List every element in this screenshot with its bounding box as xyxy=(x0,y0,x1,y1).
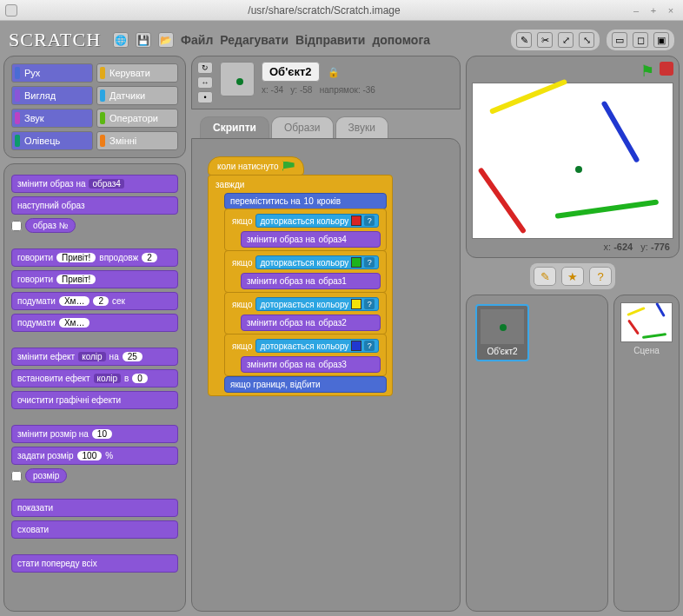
block-bounce[interactable]: якщо границя, відбити xyxy=(224,376,387,393)
stage-stroke-red xyxy=(478,167,527,234)
paint-sprite-button[interactable]: ✎ xyxy=(534,267,556,286)
green-flag-button[interactable]: ⚑ xyxy=(640,62,654,81)
block-if-2[interactable]: якщодоторкається кольору? змінити образ … xyxy=(224,250,387,293)
sprite-name-field[interactable]: Об'єкт2 xyxy=(262,62,320,82)
top-toolbar: SCRATCH 🌐 💾 📂 Файл Редагувати Відправити… xyxy=(3,24,680,56)
block-think[interactable]: подуматиХм… xyxy=(11,314,178,332)
stamp-icon[interactable]: ✎ xyxy=(516,32,532,48)
choose-sprite-button[interactable]: ★ xyxy=(561,267,584,286)
window-title: /usr/share/scratch/Scratch.image xyxy=(23,4,626,17)
block-forever[interactable]: завжди переміститись на10кроків якщодото… xyxy=(208,175,393,396)
stage-stroke-yellow xyxy=(489,79,567,115)
color-chip-red[interactable] xyxy=(351,215,361,226)
stage-sprite-dot[interactable] xyxy=(575,166,582,173)
menu-share[interactable]: Відправити xyxy=(295,33,365,47)
menu-file[interactable]: Файл xyxy=(181,33,213,47)
block-if-3[interactable]: якщодоторкається кольору? змінити образ … xyxy=(224,292,387,334)
globe-icon[interactable]: 🌐 xyxy=(113,32,129,48)
category-panel: Рух Керувати Вигляд Датчики Звук Операто… xyxy=(3,56,186,158)
edit-tools: ✎ ✂ ⤢ ⤡ xyxy=(511,30,600,50)
block-switch-1[interactable]: змінити образ наобраз4 xyxy=(241,231,381,248)
close-button[interactable]: × xyxy=(664,5,678,16)
surprise-sprite-button[interactable]: ? xyxy=(589,267,612,286)
maximize-button[interactable]: + xyxy=(647,5,660,16)
block-change-size[interactable]: змінити розмір на10 xyxy=(11,425,178,443)
block-hide[interactable]: сховати xyxy=(11,520,178,539)
menu-help[interactable]: допомога xyxy=(372,33,430,47)
block-switch-4[interactable]: змінити образ наобраз3 xyxy=(241,356,381,373)
cat-variables[interactable]: Змінні xyxy=(96,131,178,150)
grow-icon[interactable]: ⤢ xyxy=(558,32,574,48)
green-flag-icon xyxy=(282,161,295,171)
block-go-front[interactable]: стати попереду всіх xyxy=(11,554,178,573)
sprite-list: Об'єкт2 xyxy=(466,295,608,612)
stage-thumbnail[interactable] xyxy=(620,302,673,342)
large-stage-icon[interactable]: ◻ xyxy=(633,32,648,48)
sprite-header: ↻ ↔ • Об'єкт2 🔒 x: -34 y: -58 напрямок: … xyxy=(191,56,461,109)
stage-stroke-blue xyxy=(600,101,640,163)
tab-costumes[interactable]: Образи xyxy=(271,116,334,138)
block-switch-costume[interactable]: змінити образ наобраз4 xyxy=(11,175,178,193)
open-icon[interactable]: 📂 xyxy=(158,32,174,48)
block-move[interactable]: переміститись на10кроків xyxy=(224,193,387,209)
hat-green-flag[interactable]: коли натиснуто xyxy=(208,156,304,176)
block-if-1[interactable]: якщодоторкається кольору? змінити образ … xyxy=(224,209,387,251)
cat-operators[interactable]: Оператори xyxy=(96,109,178,128)
stop-button[interactable] xyxy=(660,62,673,76)
sprite-preview xyxy=(220,62,255,96)
rotate-none-button[interactable]: • xyxy=(197,91,213,103)
cat-pen[interactable]: Олівець xyxy=(11,131,93,150)
block-next-costume[interactable]: наступний образ xyxy=(11,196,178,215)
block-if-4[interactable]: якщодоторкається кольору? змінити образ … xyxy=(224,334,387,376)
block-switch-3[interactable]: змінити образ наобраз2 xyxy=(241,315,381,331)
block-set-size[interactable]: задати розмір100% xyxy=(11,447,178,465)
cat-sensing[interactable]: Датчики xyxy=(96,86,178,105)
scratch-logo: SCRATCH xyxy=(9,29,101,51)
chk-costume-num[interactable] xyxy=(11,221,22,231)
cat-control[interactable]: Керувати xyxy=(96,63,178,83)
cat-motion[interactable]: Рух xyxy=(11,63,93,83)
stage-mouse-coords: x: -624 y: -776 xyxy=(472,242,673,252)
block-show[interactable]: показати xyxy=(11,499,178,517)
small-stage-icon[interactable]: ▭ xyxy=(612,32,627,48)
tab-sounds[interactable]: Звуки xyxy=(335,116,388,138)
cut-icon[interactable]: ✂ xyxy=(537,32,553,48)
block-say-for[interactable]: говоритиПривіт!впродовж2 xyxy=(11,248,178,267)
lock-icon[interactable]: 🔒 xyxy=(328,67,340,78)
rotate-free-button[interactable]: ↻ xyxy=(197,62,213,74)
color-chip-green[interactable] xyxy=(351,257,361,268)
block-palette: змінити образ наобраз4 наступний образ о… xyxy=(3,163,186,612)
rotate-flip-button[interactable]: ↔ xyxy=(197,76,213,89)
block-think-for[interactable]: подуматиХм…2сек xyxy=(11,292,178,310)
sprite-coords: x: -34 y: -58 напрямок: -36 xyxy=(262,85,454,95)
new-sprite-tools: ✎ ★ ? xyxy=(530,263,615,289)
window-titlebar: /usr/share/scratch/Scratch.image – + × xyxy=(0,0,683,21)
sprite-thumb-selected[interactable]: Об'єкт2 xyxy=(475,304,529,361)
view-tools: ▭ ◻ ▣ xyxy=(607,30,674,50)
app-frame: SCRATCH 🌐 💾 📂 Файл Редагувати Відправити… xyxy=(0,21,683,616)
stage[interactable] xyxy=(472,83,673,239)
tabs: Скрипти Образи Звуки xyxy=(191,116,461,138)
minimize-button[interactable]: – xyxy=(629,5,643,16)
color-chip-yellow[interactable] xyxy=(351,299,361,309)
stage-thumb-panel: Сцена xyxy=(613,295,680,612)
menu-edit[interactable]: Редагувати xyxy=(220,33,288,47)
cat-sound[interactable]: Звук xyxy=(11,109,93,128)
script-area[interactable]: коли натиснуто завжди переміститись на10… xyxy=(191,138,461,612)
shrink-icon[interactable]: ⤡ xyxy=(579,32,594,48)
block-change-effect[interactable]: змінити ефектколірна25 xyxy=(11,348,178,366)
presentation-icon[interactable]: ▣ xyxy=(653,32,669,48)
reporter-costume-num[interactable]: образ № xyxy=(25,218,76,233)
stage-stroke-green xyxy=(555,199,660,219)
block-switch-2[interactable]: змінити образ наобраз1 xyxy=(241,273,381,289)
save-icon[interactable]: 💾 xyxy=(136,32,151,48)
tab-scripts[interactable]: Скрипти xyxy=(200,116,269,138)
color-chip-blue[interactable] xyxy=(351,341,361,351)
block-clear-effects[interactable]: очистити графічні ефекти xyxy=(11,391,178,409)
chk-size[interactable] xyxy=(11,471,22,481)
reporter-size[interactable]: розмір xyxy=(25,468,67,483)
cat-looks[interactable]: Вигляд xyxy=(11,86,93,105)
block-set-effect[interactable]: встановити ефектколірв0 xyxy=(11,369,178,387)
stage-label: Сцена xyxy=(620,346,673,355)
block-say[interactable]: говоритиПривіт! xyxy=(11,270,178,288)
